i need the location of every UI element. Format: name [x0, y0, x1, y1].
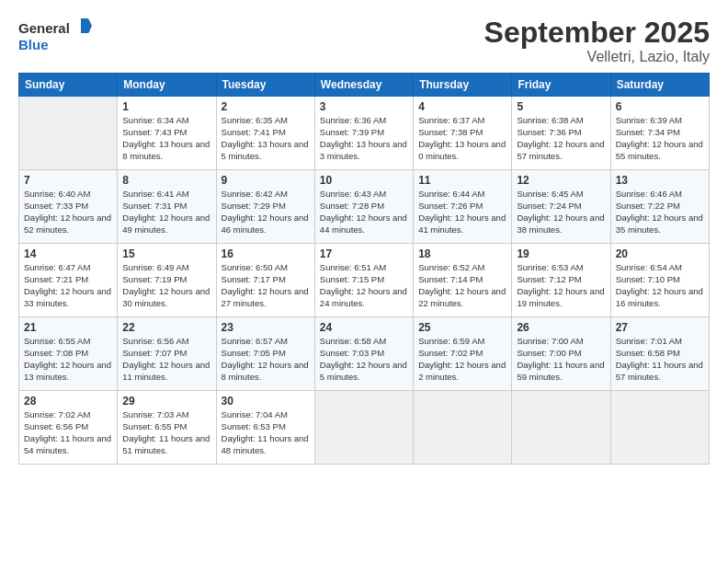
daylight: Daylight: 12 hours and 52 minutes. [24, 213, 111, 235]
day-number: 26 [517, 321, 605, 334]
svg-text:Blue: Blue [18, 37, 49, 52]
sunrise: Sunrise: 6:47 AM [24, 262, 90, 272]
calendar-subtitle: Velletri, Lazio, Italy [484, 49, 710, 65]
sunrise: Sunrise: 6:53 AM [517, 262, 583, 272]
day-number: 5 [517, 100, 605, 113]
day-info: Sunrise: 6:36 AM Sunset: 7:39 PM Dayligh… [320, 115, 408, 162]
calendar-day-cell: 4 Sunrise: 6:37 AM Sunset: 7:38 PM Dayli… [414, 97, 512, 170]
day-info: Sunrise: 6:47 AM Sunset: 7:21 PM Dayligh… [24, 262, 112, 309]
sunset: Sunset: 6:53 PM [222, 421, 286, 431]
day-info: Sunrise: 6:58 AM Sunset: 7:03 PM Dayligh… [320, 336, 408, 383]
daylight: Daylight: 12 hours and 13 minutes. [24, 360, 111, 382]
calendar-day-cell: 5 Sunrise: 6:38 AM Sunset: 7:36 PM Dayli… [512, 97, 610, 170]
week-row-4: 21 Sunrise: 6:55 AM Sunset: 7:08 PM Dayl… [19, 317, 710, 391]
day-info: Sunrise: 6:42 AM Sunset: 7:29 PM Dayligh… [222, 189, 310, 236]
day-number: 9 [222, 174, 310, 187]
daylight: Daylight: 11 hours and 54 minutes. [24, 433, 111, 455]
daylight: Daylight: 12 hours and 46 minutes. [222, 213, 309, 235]
daylight: Daylight: 11 hours and 57 minutes. [616, 360, 703, 382]
calendar-day-cell: 11 Sunrise: 6:44 AM Sunset: 7:26 PM Dayl… [414, 170, 512, 244]
week-row-3: 14 Sunrise: 6:47 AM Sunset: 7:21 PM Dayl… [19, 244, 710, 317]
calendar-day-cell [512, 391, 610, 465]
day-number: 25 [418, 321, 506, 334]
col-wednesday: Wednesday [314, 74, 413, 97]
day-number: 8 [122, 174, 210, 187]
sunset: Sunset: 7:36 PM [517, 127, 581, 137]
sunset: Sunset: 6:58 PM [616, 348, 680, 358]
day-number: 30 [222, 395, 310, 408]
calendar-day-cell: 7 Sunrise: 6:40 AM Sunset: 7:33 PM Dayli… [19, 170, 118, 244]
sunrise: Sunrise: 7:01 AM [616, 336, 682, 346]
week-row-2: 7 Sunrise: 6:40 AM Sunset: 7:33 PM Dayli… [19, 170, 710, 244]
day-number: 20 [616, 247, 704, 260]
sunrise: Sunrise: 7:02 AM [24, 409, 90, 419]
daylight: Daylight: 12 hours and 16 minutes. [616, 286, 703, 308]
col-thursday: Thursday [414, 74, 512, 97]
daylight: Daylight: 13 hours and 5 minutes. [222, 139, 309, 161]
day-number: 27 [616, 321, 704, 334]
day-number: 17 [320, 247, 408, 260]
day-info: Sunrise: 6:35 AM Sunset: 7:41 PM Dayligh… [222, 115, 310, 162]
sunrise: Sunrise: 6:36 AM [320, 115, 386, 125]
logo-svg: General Blue [18, 17, 92, 55]
day-info: Sunrise: 6:50 AM Sunset: 7:17 PM Dayligh… [222, 262, 310, 309]
daylight: Daylight: 12 hours and 33 minutes. [24, 286, 111, 308]
daylight: Daylight: 12 hours and 5 minutes. [320, 360, 407, 382]
sunrise: Sunrise: 6:50 AM [222, 262, 288, 272]
day-number: 12 [517, 174, 605, 187]
day-info: Sunrise: 6:38 AM Sunset: 7:36 PM Dayligh… [517, 115, 605, 162]
day-info: Sunrise: 6:56 AM Sunset: 7:07 PM Dayligh… [122, 336, 210, 383]
sunrise: Sunrise: 6:34 AM [122, 115, 188, 125]
calendar-day-cell [314, 391, 413, 465]
sunset: Sunset: 7:21 PM [24, 274, 88, 284]
daylight: Daylight: 12 hours and 30 minutes. [122, 286, 210, 308]
day-number: 23 [222, 321, 310, 334]
day-number: 11 [418, 174, 506, 187]
calendar-day-cell: 10 Sunrise: 6:43 AM Sunset: 7:28 PM Dayl… [314, 170, 413, 244]
calendar-day-cell [610, 391, 709, 465]
sunrise: Sunrise: 6:37 AM [418, 115, 484, 125]
sunset: Sunset: 6:55 PM [122, 421, 187, 431]
day-info: Sunrise: 6:55 AM Sunset: 7:08 PM Dayligh… [24, 336, 112, 383]
page: General Blue September 2025 Velletri, La… [0, 0, 728, 563]
daylight: Daylight: 12 hours and 27 minutes. [222, 286, 309, 308]
sunset: Sunset: 7:24 PM [517, 201, 581, 211]
daylight: Daylight: 12 hours and 22 minutes. [418, 286, 506, 308]
sunrise: Sunrise: 6:39 AM [616, 115, 682, 125]
calendar-day-cell: 29 Sunrise: 7:03 AM Sunset: 6:55 PM Dayl… [118, 391, 216, 465]
sunrise: Sunrise: 6:59 AM [418, 336, 484, 346]
day-number: 24 [320, 321, 408, 334]
sunrise: Sunrise: 6:58 AM [320, 336, 386, 346]
sunrise: Sunrise: 7:03 AM [122, 409, 188, 419]
calendar-day-cell: 24 Sunrise: 6:58 AM Sunset: 7:03 PM Dayl… [314, 317, 413, 391]
day-info: Sunrise: 6:54 AM Sunset: 7:10 PM Dayligh… [616, 262, 704, 309]
day-info: Sunrise: 6:53 AM Sunset: 7:12 PM Dayligh… [517, 262, 605, 309]
daylight: Daylight: 11 hours and 48 minutes. [222, 433, 309, 455]
calendar-day-cell: 27 Sunrise: 7:01 AM Sunset: 6:58 PM Dayl… [610, 317, 709, 391]
day-info: Sunrise: 7:04 AM Sunset: 6:53 PM Dayligh… [222, 409, 310, 456]
calendar-day-cell: 21 Sunrise: 6:55 AM Sunset: 7:08 PM Dayl… [19, 317, 118, 391]
col-tuesday: Tuesday [216, 74, 314, 97]
sunset: Sunset: 7:07 PM [122, 348, 187, 358]
sunset: Sunset: 6:56 PM [24, 421, 88, 431]
calendar-day-cell: 18 Sunrise: 6:52 AM Sunset: 7:14 PM Dayl… [414, 244, 512, 317]
sunset: Sunset: 7:39 PM [320, 127, 384, 137]
title-block: September 2025 Velletri, Lazio, Italy [484, 17, 710, 65]
calendar-day-cell: 2 Sunrise: 6:35 AM Sunset: 7:41 PM Dayli… [216, 97, 314, 170]
day-info: Sunrise: 6:57 AM Sunset: 7:05 PM Dayligh… [222, 336, 310, 383]
sunrise: Sunrise: 6:51 AM [320, 262, 386, 272]
sunset: Sunset: 7:33 PM [24, 201, 88, 211]
sunset: Sunset: 7:29 PM [222, 201, 286, 211]
sunset: Sunset: 7:34 PM [616, 127, 680, 137]
calendar-day-cell: 6 Sunrise: 6:39 AM Sunset: 7:34 PM Dayli… [610, 97, 709, 170]
daylight: Daylight: 12 hours and 11 minutes. [122, 360, 210, 382]
sunrise: Sunrise: 6:35 AM [222, 115, 288, 125]
day-info: Sunrise: 7:03 AM Sunset: 6:55 PM Dayligh… [122, 409, 210, 456]
calendar-day-cell: 23 Sunrise: 6:57 AM Sunset: 7:05 PM Dayl… [216, 317, 314, 391]
daylight: Daylight: 12 hours and 38 minutes. [517, 213, 604, 235]
sunrise: Sunrise: 6:54 AM [616, 262, 682, 272]
sunset: Sunset: 7:38 PM [418, 127, 483, 137]
day-info: Sunrise: 7:01 AM Sunset: 6:58 PM Dayligh… [616, 336, 704, 383]
day-info: Sunrise: 6:45 AM Sunset: 7:24 PM Dayligh… [517, 189, 605, 236]
calendar-day-cell: 17 Sunrise: 6:51 AM Sunset: 7:15 PM Dayl… [314, 244, 413, 317]
